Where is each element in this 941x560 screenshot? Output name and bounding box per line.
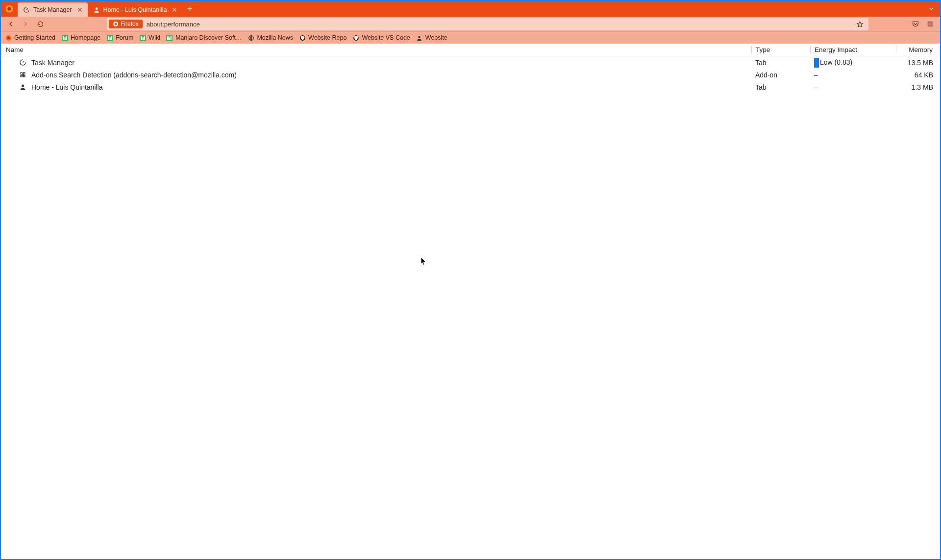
identity-label: Firefox bbox=[121, 21, 139, 27]
column-memory[interactable]: Memory bbox=[896, 46, 940, 53]
row-memory: 64 KB bbox=[896, 71, 940, 79]
bookmark-homepage[interactable]: Homepage bbox=[61, 34, 100, 41]
svg-rect-12 bbox=[108, 36, 109, 40]
app-menu-button[interactable] bbox=[923, 18, 937, 30]
row-type: Tab bbox=[751, 83, 810, 91]
svg-rect-9 bbox=[64, 37, 66, 40]
energy-bar bbox=[814, 58, 819, 68]
person-icon bbox=[416, 34, 423, 41]
column-type[interactable]: Type bbox=[751, 46, 810, 53]
close-icon[interactable]: ✕ bbox=[77, 6, 83, 14]
manjaro-icon bbox=[106, 34, 113, 41]
bookmark-wiki[interactable]: Wiki bbox=[139, 34, 160, 41]
table-row[interactable]: Home - Luis Quintanilla Tab – 1.3 MB bbox=[1, 81, 940, 93]
github-icon bbox=[299, 34, 306, 41]
tab-label: Home - Luis Quintanilla bbox=[103, 6, 167, 13]
back-button[interactable] bbox=[4, 18, 18, 30]
tab-task-manager[interactable]: Task Manager ✕ bbox=[18, 2, 88, 17]
url-text: about:performance bbox=[147, 21, 200, 28]
row-name: Add-ons Search Detection (addons-search-… bbox=[31, 71, 237, 79]
row-name: Home - Luis Quintanilla bbox=[31, 83, 103, 91]
svg-point-27 bbox=[22, 85, 24, 87]
bookmark-label: Wiki bbox=[149, 34, 160, 41]
forward-button[interactable] bbox=[19, 18, 32, 30]
bookmark-getting-started[interactable]: Getting Started bbox=[5, 34, 55, 41]
svg-rect-18 bbox=[144, 36, 145, 40]
bookmark-label: Website Repo bbox=[308, 34, 347, 41]
row-energy: Low (0.83) bbox=[810, 58, 896, 68]
tab-home-luis[interactable]: Home - Luis Quintanilla ✕ bbox=[88, 2, 183, 17]
save-to-pocket-button[interactable] bbox=[909, 18, 922, 30]
tab-strip: Task Manager ✕ Home - Luis Quintanilla ✕… bbox=[1, 1, 940, 17]
list-all-tabs-button[interactable] bbox=[922, 1, 940, 17]
table-header: Name Type Energy Impact Memory bbox=[1, 44, 940, 56]
row-energy: – bbox=[810, 71, 896, 79]
svg-point-6 bbox=[7, 36, 9, 39]
bookmark-label: Website VS Code bbox=[362, 34, 410, 41]
row-type: Tab bbox=[751, 59, 810, 67]
row-memory: 1.3 MB bbox=[896, 83, 940, 91]
nav-toolbar: Firefox about:performance bbox=[1, 17, 940, 31]
bookmark-label: Homepage bbox=[71, 34, 100, 41]
svg-rect-21 bbox=[169, 37, 171, 40]
table-row[interactable]: Add-ons Search Detection (addons-search-… bbox=[1, 69, 940, 81]
manjaro-icon bbox=[166, 34, 173, 41]
bookmark-website-repo[interactable]: Website Repo bbox=[299, 34, 347, 41]
svg-rect-20 bbox=[168, 36, 169, 40]
svg-rect-8 bbox=[63, 36, 64, 40]
table-row[interactable]: Task Manager Tab Low (0.83) 13.5 MB bbox=[1, 56, 940, 69]
bookmark-label: Manjaro Discover Soft… bbox=[175, 34, 242, 41]
gauge-icon bbox=[19, 59, 26, 67]
bookmark-label: Mozilla News bbox=[257, 34, 293, 41]
bookmark-discover[interactable]: Manjaro Discover Soft… bbox=[166, 34, 242, 41]
bookmark-forum[interactable]: Forum bbox=[106, 34, 133, 41]
tab-label: Task Manager bbox=[33, 6, 72, 13]
bookmark-label: Website bbox=[425, 34, 447, 41]
close-icon[interactable]: ✕ bbox=[172, 6, 177, 14]
manjaro-icon bbox=[61, 34, 68, 41]
new-tab-button[interactable]: + bbox=[182, 1, 197, 17]
identity-badge[interactable]: Firefox bbox=[109, 20, 143, 28]
svg-rect-13 bbox=[109, 37, 111, 40]
bookmark-label: Forum bbox=[116, 34, 133, 41]
svg-rect-14 bbox=[111, 36, 112, 40]
url-bar[interactable]: Firefox about:performance bbox=[107, 18, 868, 30]
bookmark-label: Getting Started bbox=[14, 34, 55, 41]
svg-point-1 bbox=[7, 7, 11, 11]
firefox-icon bbox=[5, 34, 12, 41]
svg-rect-17 bbox=[142, 37, 144, 40]
firefox-app-icon bbox=[1, 1, 18, 17]
row-memory: 13.5 MB bbox=[896, 59, 940, 67]
svg-rect-22 bbox=[171, 36, 172, 40]
bookmark-mozilla-news[interactable]: Mozilla News bbox=[248, 34, 293, 41]
person-icon bbox=[19, 83, 26, 91]
gauge-icon bbox=[23, 6, 30, 14]
reload-button[interactable] bbox=[33, 18, 47, 30]
bookmark-website-vscode[interactable]: Website VS Code bbox=[352, 34, 410, 41]
svg-point-2 bbox=[95, 7, 98, 10]
svg-point-4 bbox=[115, 23, 117, 25]
row-energy: – bbox=[810, 83, 896, 91]
manjaro-icon bbox=[139, 34, 146, 41]
column-name[interactable]: Name bbox=[1, 46, 751, 53]
svg-rect-10 bbox=[66, 36, 67, 40]
person-icon bbox=[93, 6, 100, 14]
column-energy-impact[interactable]: Energy Impact bbox=[810, 46, 896, 53]
task-manager-content: Name Type Energy Impact Memory Task Mana… bbox=[1, 44, 940, 559]
globe-icon bbox=[248, 34, 254, 41]
row-name: Task Manager bbox=[31, 59, 74, 67]
puzzle-icon bbox=[19, 71, 26, 79]
row-type: Add-on bbox=[751, 71, 810, 79]
svg-point-26 bbox=[419, 36, 421, 38]
bookmark-website[interactable]: Website bbox=[416, 34, 447, 41]
github-icon bbox=[352, 34, 359, 41]
bookmarks-toolbar: Getting Started Homepage Forum Wiki Manj… bbox=[1, 31, 940, 44]
bookmark-star-button[interactable] bbox=[853, 21, 867, 28]
svg-rect-16 bbox=[141, 36, 142, 40]
